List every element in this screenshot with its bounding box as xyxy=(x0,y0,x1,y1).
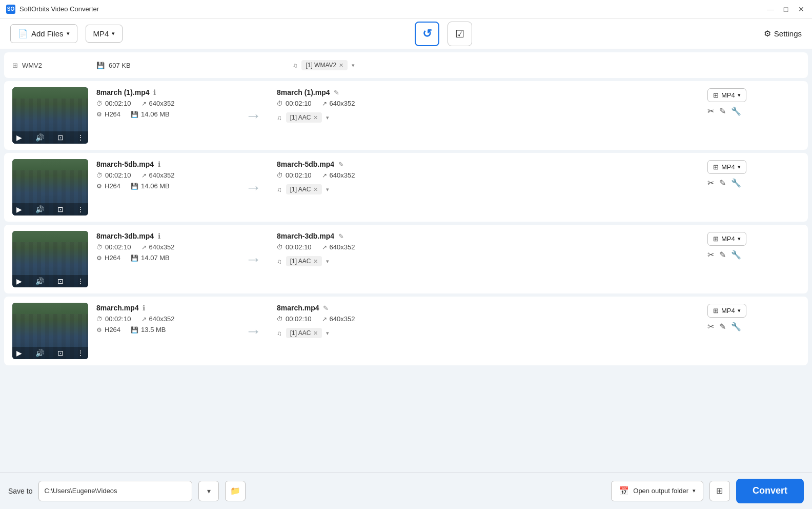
add-files-button[interactable]: 📄 Add Files ▾ xyxy=(10,24,77,43)
play-icon[interactable]: ▶ xyxy=(16,205,22,213)
volume-icon[interactable]: 🔊 xyxy=(35,277,44,285)
output-info: 8march-3db.mp4 ✎ ⏱ 00:02:10 ↗ 640x352 ♫ xyxy=(277,231,699,287)
edit-file-icon[interactable]: ✎ xyxy=(719,178,726,188)
output-audio-dropdown[interactable]: ▾ xyxy=(326,186,329,193)
volume-icon[interactable]: 🔊 xyxy=(35,133,44,142)
edit-file-icon[interactable]: ✎ xyxy=(719,322,726,331)
browse-folder-button[interactable]: 📁 xyxy=(225,481,246,501)
clock-icon: ⏱ xyxy=(96,244,103,251)
edit-file-icon[interactable]: ✎ xyxy=(719,250,726,260)
volume-icon[interactable]: 🔊 xyxy=(35,349,44,357)
arrow-col: → xyxy=(238,231,269,287)
output-audio-badge: [1] AAC ✕ xyxy=(286,256,322,266)
crop-icon[interactable]: ⊡ xyxy=(57,349,64,357)
save-path-input[interactable] xyxy=(38,481,192,501)
arrow-right-icon: → xyxy=(245,322,261,341)
size-meta: 💾 14.06 MB xyxy=(131,182,170,190)
more-icon[interactable]: ⋮ xyxy=(77,205,84,213)
arrow-right-icon: → xyxy=(245,250,261,269)
grid-view-button[interactable]: ⊞ xyxy=(709,481,730,501)
output-format-grid-icon: ⊞ xyxy=(713,91,719,99)
duration-meta: ⏱ 00:02:10 xyxy=(96,100,131,107)
clock-icon: ⏱ xyxy=(96,316,103,323)
info-icon[interactable]: ℹ xyxy=(153,88,156,96)
edit-icon[interactable]: ✎ xyxy=(334,89,339,96)
output-audio-remove[interactable]: ✕ xyxy=(313,114,318,121)
scissors-icon[interactable]: ✂ xyxy=(707,178,714,188)
save-path-dropdown[interactable]: ▾ xyxy=(198,481,219,501)
scissors-icon[interactable]: ✂ xyxy=(707,322,714,331)
format-label: MP4 xyxy=(93,29,109,38)
wmv2-audio-remove[interactable]: ✕ xyxy=(339,62,343,69)
clock-icon: ⏱ xyxy=(96,100,103,107)
output-clock-icon: ⏱ xyxy=(277,316,283,323)
maximize-button[interactable]: □ xyxy=(781,5,790,14)
scissors-icon[interactable]: ✂ xyxy=(707,106,714,116)
convert-button[interactable]: Convert xyxy=(736,479,804,503)
output-audio-badge: [1] AAC ✕ xyxy=(286,328,322,338)
more-icon[interactable]: ⋮ xyxy=(77,349,84,357)
wmv2-format-icon: ⊞ xyxy=(12,62,18,69)
output-audio-remove[interactable]: ✕ xyxy=(313,186,318,193)
volume-icon[interactable]: 🔊 xyxy=(35,205,44,213)
crop-icon[interactable]: ⊡ xyxy=(57,277,64,285)
scissors-icon[interactable]: ✂ xyxy=(707,250,714,260)
play-icon[interactable]: ▶ xyxy=(16,277,22,285)
wrench-icon[interactable]: 🔧 xyxy=(731,250,741,260)
close-button[interactable]: ✕ xyxy=(797,5,806,14)
more-icon[interactable]: ⋮ xyxy=(77,277,84,285)
clock-icon: ⏱ xyxy=(96,172,103,179)
output-name: 8march.mp4 xyxy=(277,304,319,312)
more-icon[interactable]: ⋮ xyxy=(77,133,84,142)
wrench-icon[interactable]: 🔧 xyxy=(731,106,741,116)
output-name: 8march-5db.mp4 xyxy=(277,160,334,168)
wmv2-audio-dropdown[interactable]: ▾ xyxy=(352,62,355,69)
output-audio-icon: ♫ xyxy=(277,114,282,122)
output-format-button[interactable]: ⊞ MP4 ▾ xyxy=(707,160,746,174)
settings-button[interactable]: ⚙ Settings xyxy=(764,29,802,38)
resolution-meta: ↗ 640x352 xyxy=(141,243,175,251)
check-button[interactable]: ☑ xyxy=(448,22,472,46)
edit-icon[interactable]: ✎ xyxy=(323,304,329,312)
refresh-icon: ↺ xyxy=(422,27,432,41)
crop-icon[interactable]: ⊡ xyxy=(57,205,64,213)
file-info: 8march (1).mp4 ℹ ⏱ 00:02:10 ↗ 640x352 ⚙ xyxy=(96,87,230,144)
output-audio-dropdown[interactable]: ▾ xyxy=(326,258,329,265)
resolution-meta: ↗ 640x352 xyxy=(141,100,175,107)
wrench-icon[interactable]: 🔧 xyxy=(731,322,741,331)
minimize-button[interactable]: — xyxy=(766,5,775,14)
output-audio-dropdown[interactable]: ▾ xyxy=(326,330,329,337)
window-controls: — □ ✕ xyxy=(766,5,806,14)
output-audio-remove[interactable]: ✕ xyxy=(313,258,318,265)
output-format-button[interactable]: ⊞ MP4 ▾ xyxy=(707,232,746,246)
refresh-button[interactable]: ↺ xyxy=(415,22,439,46)
info-icon[interactable]: ℹ xyxy=(143,304,145,312)
open-output-button[interactable]: 📅 Open output folder ▾ xyxy=(611,481,703,501)
wrench-icon[interactable]: 🔧 xyxy=(731,178,741,188)
format-button[interactable]: MP4 ▾ xyxy=(86,25,123,43)
output-format-button[interactable]: ⊞ MP4 ▾ xyxy=(707,304,746,318)
output-audio-dropdown[interactable]: ▾ xyxy=(326,114,329,121)
add-files-label: Add Files xyxy=(31,29,64,38)
output-resolution-meta: ↗ 640x352 xyxy=(322,243,355,251)
output-audio-icon: ♫ xyxy=(277,186,282,193)
file-info: 8march.mp4 ℹ ⏱ 00:02:10 ↗ 640x352 ⚙ xyxy=(96,303,230,359)
play-icon[interactable]: ▶ xyxy=(16,133,22,142)
file-thumbnail: ▶ 🔊 ⊡ ⋮ xyxy=(12,303,88,359)
output-format-button[interactable]: ⊞ MP4 ▾ xyxy=(707,88,746,102)
output-resolution-meta: ↗ 640x352 xyxy=(322,100,355,107)
output-format-grid-icon: ⊞ xyxy=(713,163,719,171)
gear-icon: ⚙ xyxy=(96,111,102,118)
output-resize-icon: ↗ xyxy=(322,244,327,251)
open-output-label: Open output folder xyxy=(633,487,688,495)
output-audio-remove[interactable]: ✕ xyxy=(313,330,318,337)
crop-icon[interactable]: ⊡ xyxy=(57,133,64,142)
gear-icon: ⚙ xyxy=(96,326,102,334)
play-icon[interactable]: ▶ xyxy=(16,349,22,357)
info-icon[interactable]: ℹ xyxy=(158,160,160,168)
edit-icon[interactable]: ✎ xyxy=(338,232,344,240)
info-icon[interactable]: ℹ xyxy=(158,232,160,240)
output-format-label: MP4 xyxy=(721,91,735,99)
edit-icon[interactable]: ✎ xyxy=(338,161,344,168)
edit-file-icon[interactable]: ✎ xyxy=(719,106,726,116)
